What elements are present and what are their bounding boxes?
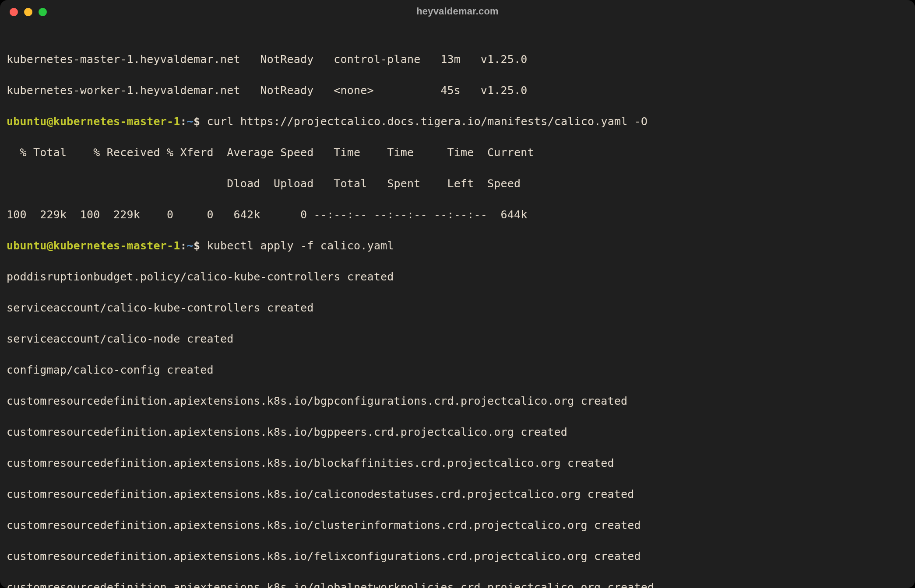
apply-output-line: customresourcedefinition.apiextensions.k… xyxy=(7,549,908,564)
apply-output-line: customresourcedefinition.apiextensions.k… xyxy=(7,518,908,533)
close-icon[interactable] xyxy=(10,8,18,16)
curl-output-line: 100 229k 100 229k 0 0 642k 0 --:--:-- --… xyxy=(7,207,908,223)
prompt-line: ubuntu@kubernetes-master-1:~$ kubectl ap… xyxy=(7,238,908,254)
prompt-line: ubuntu@kubernetes-master-1:~$ curl https… xyxy=(7,114,908,130)
command-text: kubectl apply -f calico.yaml xyxy=(200,239,394,252)
node-status-line: kubernetes-worker-1.heyvaldemar.net NotR… xyxy=(7,83,908,98)
apply-output-line: serviceaccount/calico-kube-controllers c… xyxy=(7,300,908,316)
curl-output-line: % Total % Received % Xferd Average Speed… xyxy=(7,145,908,161)
maximize-icon[interactable] xyxy=(39,8,47,16)
apply-output-line: customresourcedefinition.apiextensions.k… xyxy=(7,393,908,409)
window-title: heyvaldemar.com xyxy=(0,4,915,19)
prompt-colon: : xyxy=(180,115,187,128)
prompt-path: ~ xyxy=(187,115,194,128)
minimize-icon[interactable] xyxy=(24,8,32,16)
prompt-userhost: ubuntu@kubernetes-master-1 xyxy=(7,239,180,252)
apply-output-line: configmap/calico-config created xyxy=(7,362,908,378)
terminal-window: heyvaldemar.com kubernetes-master-1.heyv… xyxy=(0,0,915,588)
titlebar: heyvaldemar.com xyxy=(0,0,915,23)
curl-output-line: Dload Upload Total Spent Left Speed xyxy=(7,176,908,192)
apply-output-line: customresourcedefinition.apiextensions.k… xyxy=(7,455,908,471)
prompt-userhost: ubuntu@kubernetes-master-1 xyxy=(7,115,180,128)
apply-output-line: poddisruptionbudget.policy/calico-kube-c… xyxy=(7,269,908,285)
apply-output-line: customresourcedefinition.apiextensions.k… xyxy=(7,486,908,502)
prompt-dollar: $ xyxy=(194,115,200,128)
apply-output-line: customresourcedefinition.apiextensions.k… xyxy=(7,580,908,588)
prompt-path: ~ xyxy=(187,239,194,252)
apply-output-line: customresourcedefinition.apiextensions.k… xyxy=(7,424,908,440)
prompt-colon: : xyxy=(180,239,187,252)
terminal-content[interactable]: kubernetes-master-1.heyvaldemar.net NotR… xyxy=(0,23,915,588)
window-controls xyxy=(10,8,47,16)
apply-output-line: serviceaccount/calico-node created xyxy=(7,331,908,347)
command-text: curl https://projectcalico.docs.tigera.i… xyxy=(200,115,648,128)
prompt-dollar: $ xyxy=(194,239,200,252)
node-status-line: kubernetes-master-1.heyvaldemar.net NotR… xyxy=(7,52,908,67)
